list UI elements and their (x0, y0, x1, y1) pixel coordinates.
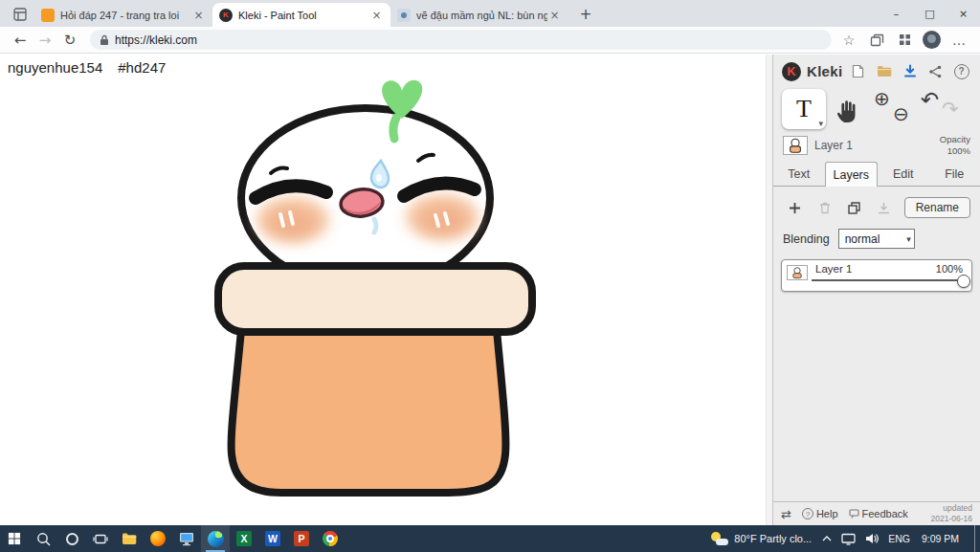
tab-title: vẽ đậu mầm ngủ NL: bùn ngủ :) (416, 10, 547, 21)
rename-layer-button[interactable]: Rename (904, 197, 970, 218)
display-tray-icon[interactable] (841, 533, 856, 545)
powerpoint-button[interactable]: P (287, 525, 316, 552)
back-button[interactable]: ← (8, 29, 33, 52)
weather-widget[interactable]: 80°F Partly clo... (702, 525, 821, 552)
kleki-brand: Kleki (807, 63, 842, 79)
opacity-value: 100% (947, 145, 970, 157)
chrome-icon (323, 531, 338, 546)
tab-text[interactable]: Text (773, 162, 825, 186)
folder-icon (122, 532, 137, 545)
search-icon (36, 532, 51, 546)
collections-icon[interactable] (867, 31, 886, 50)
tab-close-icon[interactable]: × (369, 8, 384, 22)
layer-buttons: Rename (773, 187, 980, 224)
weather-text: 80°F Partly clo... (734, 533, 812, 544)
profile-avatar[interactable] (923, 31, 941, 49)
tab-close-icon[interactable]: × (191, 8, 206, 22)
tab-title: Kleki - Paint Tool (238, 10, 369, 21)
duplicate-layer-button[interactable] (842, 198, 866, 218)
language-indicator[interactable]: ENG (888, 533, 910, 544)
cortana-icon (66, 533, 78, 545)
tab-close-icon[interactable]: × (547, 8, 562, 22)
add-layer-button[interactable] (783, 198, 807, 218)
zoom-in-button[interactable]: ⊕ (874, 89, 890, 108)
undo-button[interactable]: ↶ (921, 89, 939, 111)
blending-select[interactable]: normal ▾ (838, 229, 915, 249)
zoom-out-button[interactable]: ⊖ (893, 104, 909, 123)
tab-edit[interactable]: Edit (878, 162, 929, 186)
edge-icon (208, 531, 224, 547)
layer-opacity-value: 100% (936, 263, 963, 275)
text-tool-glyph: T (796, 97, 812, 121)
kleki-header: K Kleki ? (773, 55, 980, 84)
tab-layers[interactable]: Layers (825, 162, 879, 187)
search-button[interactable] (29, 525, 57, 552)
blending-value: normal (845, 232, 880, 246)
file-explorer-button[interactable] (115, 525, 144, 552)
opacity-slider-knob[interactable] (957, 275, 970, 288)
address-bar[interactable]: https://kleki.com (90, 30, 832, 50)
browser-tab-ve-dau[interactable]: vẽ đậu mầm ngủ NL: bùn ngủ :) × (390, 3, 568, 27)
browser-toolbar: ← → ↻ https://kleki.com ☆ … (0, 27, 980, 54)
import-image-button[interactable] (874, 61, 894, 81)
zoom-controls: ⊕ ⊖ (872, 89, 912, 133)
updated-info: updated 2021-06-16 (931, 503, 972, 523)
tab-search-icon[interactable] (8, 3, 33, 26)
paint-canvas[interactable]: nguyenhue154#hd247 (0, 55, 766, 525)
firefox-button[interactable] (144, 525, 172, 552)
opacity-slider[interactable] (812, 279, 961, 281)
text-tool-button[interactable]: T ▾ (782, 89, 826, 129)
undo-redo-controls: ↶ ↷ (921, 89, 963, 133)
task-view-button[interactable] (86, 525, 115, 552)
minimize-button[interactable]: – (880, 0, 913, 27)
browser-tab-kleki[interactable]: K Kleki - Paint Tool × (212, 3, 390, 27)
monitor-icon (179, 532, 194, 546)
help-button[interactable]: ? (951, 61, 971, 81)
url-text: https://kleki.com (115, 33, 197, 47)
tab-favicon: K (219, 9, 233, 22)
close-button[interactable]: × (947, 0, 980, 27)
weather-icon (711, 531, 728, 546)
apps-grid-icon[interactable] (895, 31, 914, 50)
tray-expand-icon[interactable] (821, 534, 833, 543)
canvas-scrollbar[interactable] (766, 55, 772, 525)
edge-button[interactable] (201, 525, 230, 552)
remove-layer-button[interactable] (813, 198, 836, 218)
word-icon: W (265, 531, 280, 546)
show-desktop-button[interactable] (974, 525, 980, 552)
forward-button[interactable]: → (33, 29, 57, 52)
lock-icon (100, 34, 109, 46)
monitor-app-button[interactable] (172, 525, 201, 552)
hand-tool-button[interactable] (835, 97, 859, 127)
redo-button[interactable]: ↷ (942, 99, 959, 120)
excel-button[interactable]: X (230, 525, 258, 552)
start-button[interactable] (0, 525, 29, 552)
kleki-panel: K Kleki ? T ▾ (772, 55, 980, 525)
help-link[interactable]: ? Help (802, 508, 838, 519)
new-tab-button[interactable]: + (574, 3, 597, 26)
maximize-button[interactable]: □ (913, 0, 947, 27)
main-area: nguyenhue154#hd247 (0, 55, 980, 525)
chrome-button[interactable] (316, 525, 345, 552)
feedback-link[interactable]: Feedback (849, 508, 908, 519)
drawing-character (0, 55, 766, 526)
save-download-button[interactable] (900, 61, 920, 81)
favorites-star-icon[interactable]: ☆ (839, 31, 858, 50)
system-tray: ENG 9:09 PM (821, 525, 980, 552)
layer-item[interactable]: Layer 1 100% (781, 259, 972, 292)
chevron-down-icon: ▾ (906, 234, 911, 244)
browser-tab-hoidap[interactable]: Hỏi đáp 247 - trang tra loi × (34, 3, 212, 27)
new-image-button[interactable] (848, 61, 868, 81)
volume-icon[interactable] (864, 532, 880, 545)
share-button[interactable] (925, 61, 946, 81)
history-icon[interactable]: ⇄ (781, 508, 791, 520)
tab-file[interactable]: File (929, 162, 980, 186)
word-button[interactable]: W (258, 525, 287, 552)
settings-menu-icon[interactable]: … (949, 31, 969, 50)
merge-layer-button[interactable] (872, 198, 896, 218)
refresh-button[interactable]: ↻ (57, 29, 82, 52)
cortana-button[interactable] (57, 525, 86, 552)
question-icon: ? (954, 64, 969, 79)
tab-favicon (41, 9, 55, 22)
clock[interactable]: 9:09 PM (919, 533, 962, 544)
